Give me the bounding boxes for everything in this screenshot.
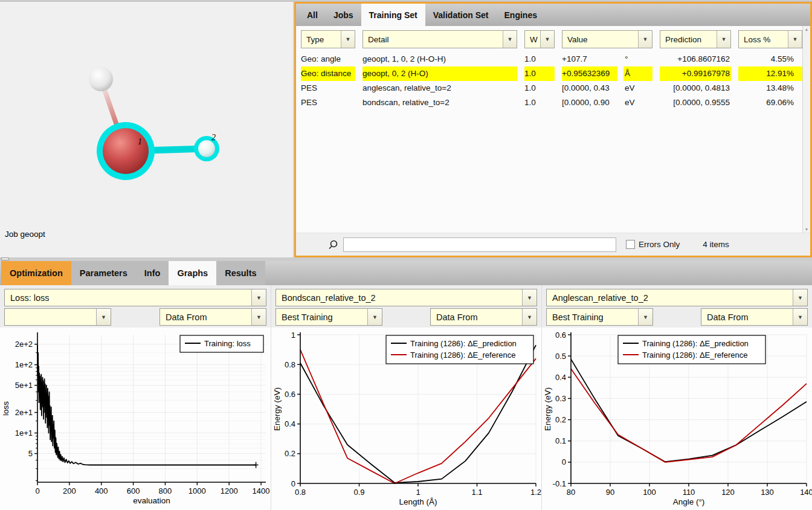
graph-source-dropdown[interactable]: Anglescan_relative_to_2▼ xyxy=(546,289,808,306)
graph-source-dropdown[interactable]: Bondscan_relative_to_2▼ xyxy=(276,289,537,306)
value-number: [0.0000, 0.90 xyxy=(562,95,617,110)
tab-parameters[interactable]: Parameters xyxy=(71,261,136,285)
table-scrollbar[interactable]: ▲ ▼ xyxy=(802,26,810,233)
dropdown-value: Data From xyxy=(701,312,749,322)
chevron-down-icon[interactable]: ▼ xyxy=(341,31,355,48)
data-from-dropdown[interactable]: Data From▼ xyxy=(160,308,266,326)
molecule-canvas[interactable]: 1 2 xyxy=(0,2,293,257)
value-unit: ° xyxy=(624,52,652,66)
search-input[interactable] xyxy=(343,237,616,252)
chevron-down-icon[interactable]: ▼ xyxy=(788,31,802,48)
cell-loss: 69.06% xyxy=(738,95,802,110)
value-unit: eV xyxy=(624,95,652,110)
dropdown-value: Best Training xyxy=(547,312,604,322)
tab-training-set[interactable]: Training Set xyxy=(361,4,425,26)
splitter-handle[interactable] xyxy=(1,257,9,260)
series-select-dropdown[interactable]: ▼ xyxy=(4,308,111,326)
column-header-type[interactable]: Type▼ xyxy=(301,30,355,48)
chevron-down-icon[interactable]: ▼ xyxy=(638,31,652,48)
loss-chart: 02004006008001000120014002e+21e+25e+12e+… xyxy=(0,328,271,510)
cell-detail: anglescan, relative_to=2 xyxy=(362,81,517,95)
table-row[interactable]: Geo: distancegeoopt, 0, 2 (H-O)1.0+0.956… xyxy=(296,66,810,81)
column-header-loss[interactable]: Loss %▼ xyxy=(738,30,802,48)
tab-results[interactable]: Results xyxy=(216,261,265,285)
cell-weight: 1.0 xyxy=(524,95,555,110)
tab-info[interactable]: Info xyxy=(136,261,169,285)
dropdown-value: Data From xyxy=(160,312,207,322)
oxygen-atom[interactable] xyxy=(103,128,149,174)
cell-type: PES xyxy=(301,95,355,110)
series-select-dropdown[interactable]: Best Training▼ xyxy=(276,308,382,326)
graph-panel-anglescan: Anglescan_relative_to_2▼ Best Training▼ … xyxy=(541,285,812,510)
column-header-w[interactable]: W▼ xyxy=(524,30,555,48)
chevron-down-icon[interactable]: ▼ xyxy=(717,31,730,48)
svg-text:0.1: 0.1 xyxy=(555,436,566,445)
svg-text:-0.1: -0.1 xyxy=(553,479,566,488)
tab-jobs[interactable]: Jobs xyxy=(326,4,361,26)
hydrogen1-atom[interactable] xyxy=(89,67,113,91)
svg-text:1000: 1000 xyxy=(188,486,206,495)
errors-only-checkbox[interactable] xyxy=(626,240,635,249)
svg-text:Length (Å): Length (Å) xyxy=(399,497,437,506)
cell-value: [0.0000, 0.43eV xyxy=(562,81,652,95)
graph-source-dropdown[interactable]: Loss: loss▼ xyxy=(4,289,266,306)
molecule-viewer[interactable]: 1 2 Job geoopt xyxy=(0,2,294,257)
svg-text:0.9: 0.9 xyxy=(353,488,364,497)
data-from-dropdown[interactable]: Data From▼ xyxy=(430,308,537,326)
column-label: Loss % xyxy=(739,35,770,44)
tab-graphs[interactable]: Graphs xyxy=(169,261,216,285)
hydrogen2-atom[interactable] xyxy=(198,140,215,157)
cell-detail: bondscan, relative_to=2 xyxy=(362,95,517,110)
svg-text:800: 800 xyxy=(159,486,172,495)
data-from-dropdown[interactable]: Data From▼ xyxy=(701,308,808,326)
scroll-up-icon[interactable]: ▲ xyxy=(803,27,810,31)
value-number: +107.7 xyxy=(562,52,617,66)
tab-optimization[interactable]: Optimization xyxy=(1,261,71,285)
chevron-down-icon[interactable]: ▼ xyxy=(367,309,382,325)
atom-label-1: 1 xyxy=(138,137,142,146)
chevron-down-icon[interactable]: ▼ xyxy=(522,309,536,325)
svg-text:1: 1 xyxy=(291,331,295,340)
tab-validation-set[interactable]: Validation Set xyxy=(425,4,497,26)
chevron-down-icon[interactable]: ▼ xyxy=(540,31,554,48)
chevron-down-icon[interactable]: ▼ xyxy=(503,31,517,48)
table-row[interactable]: Geo: anglegeoopt, 1, 0, 2 (H-O-H)1.0+107… xyxy=(296,52,810,66)
chevron-down-icon[interactable]: ▼ xyxy=(793,289,807,306)
svg-text:0: 0 xyxy=(562,457,566,466)
series-select-dropdown[interactable]: Best Training▼ xyxy=(546,308,653,326)
column-header-detail[interactable]: Detail▼ xyxy=(362,30,517,48)
scroll-down-icon[interactable]: ▼ xyxy=(803,227,810,231)
column-header-value[interactable]: Value▼ xyxy=(562,30,652,48)
optimization-tabbar: Optimization Parameters Info Graphs Resu… xyxy=(0,261,812,285)
chevron-down-icon[interactable]: ▼ xyxy=(96,309,111,325)
job-caption: Job geoopt xyxy=(5,230,45,239)
search-icon xyxy=(327,239,338,250)
svg-text:Energy (eV): Energy (eV) xyxy=(543,387,552,431)
tab-all[interactable]: All xyxy=(299,4,326,26)
svg-text:140: 140 xyxy=(800,488,812,497)
svg-text:0.8: 0.8 xyxy=(295,488,306,497)
column-label: Value xyxy=(562,35,588,44)
chevron-down-icon[interactable]: ▼ xyxy=(638,309,652,325)
svg-text:Training (1286): ΔE_prediction: Training (1286): ΔE_prediction xyxy=(642,339,749,348)
column-header-prediction[interactable]: Prediction▼ xyxy=(660,30,731,48)
chevron-down-icon[interactable]: ▼ xyxy=(251,289,266,306)
tab-engines[interactable]: Engines xyxy=(497,4,545,26)
svg-text:90: 90 xyxy=(606,488,614,497)
bondscan-chart: 0.80.911.11.200.20.40.60.81Length (Å)Ene… xyxy=(271,328,542,510)
table-row[interactable]: PESbondscan, relative_to=21.0[0.0000, 0.… xyxy=(296,95,810,110)
svg-text:2e+1: 2e+1 xyxy=(15,408,33,417)
cell-detail: geoopt, 1, 0, 2 (H-O-H) xyxy=(362,52,517,66)
table-row[interactable]: PESanglescan, relative_to=21.0[0.0000, 0… xyxy=(296,81,810,95)
cell-value: +107.7° xyxy=(562,52,652,66)
svg-text:1400: 1400 xyxy=(253,486,270,495)
chevron-down-icon[interactable]: ▼ xyxy=(793,309,807,325)
svg-text:Training (1286): ΔE_reference: Training (1286): ΔE_reference xyxy=(410,350,515,360)
items-count: 4 items xyxy=(703,240,729,249)
chevron-down-icon[interactable]: ▼ xyxy=(522,289,536,306)
cell-value: +0.95632369Å xyxy=(562,66,652,81)
chevron-down-icon[interactable]: ▼ xyxy=(251,309,266,325)
value-number: +0.95632369 xyxy=(562,66,617,81)
svg-text:200: 200 xyxy=(63,486,76,495)
svg-text:0.2: 0.2 xyxy=(285,449,295,458)
